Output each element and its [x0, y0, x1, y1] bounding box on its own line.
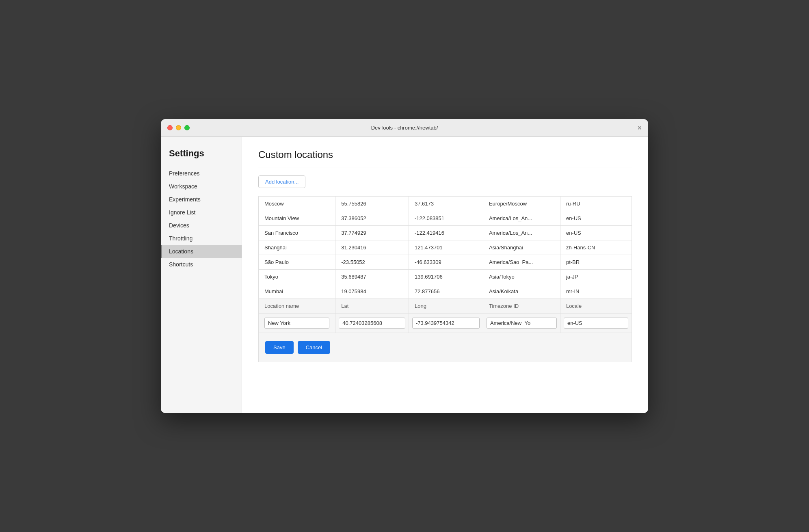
table-row: Moscow 55.755826 37.6173 Europe/Moscow r…: [259, 197, 632, 211]
add-location-button[interactable]: Add location...: [258, 175, 305, 188]
action-buttons-cell: Save Cancel: [259, 333, 632, 362]
cell-timezone: Europe/Moscow: [483, 197, 560, 211]
cell-name: San Francisco: [259, 226, 335, 240]
cell-long: 121.473701: [409, 240, 483, 255]
cancel-button[interactable]: Cancel: [298, 341, 330, 354]
cell-locale: pt-BR: [560, 255, 632, 270]
location-lat-input[interactable]: [339, 318, 405, 329]
sidebar-item-experiments[interactable]: Experiments: [161, 193, 242, 206]
header-lat: Lat: [335, 299, 409, 314]
page-title: Custom locations: [258, 149, 632, 160]
action-buttons-container: Save Cancel: [262, 338, 628, 357]
maximize-traffic-light[interactable]: [184, 125, 190, 130]
sidebar-item-ignore-list[interactable]: Ignore List: [161, 206, 242, 219]
table-header-row: Location name Lat Long Timezone ID Local…: [259, 299, 632, 314]
devtools-window: DevTools - chrome://newtab/ × Settings P…: [161, 119, 648, 413]
cell-locale: zh-Hans-CN: [560, 240, 632, 255]
new-timezone-cell: [483, 314, 560, 333]
cell-timezone: Asia/Kolkata: [483, 284, 560, 299]
sidebar-item-devices[interactable]: Devices: [161, 219, 242, 232]
cell-lat: 19.075984: [335, 284, 409, 299]
table-row: San Francisco 37.774929 -122.419416 Amer…: [259, 226, 632, 240]
new-lat-cell: [335, 314, 409, 333]
table-row: Mountain View 37.386052 -122.083851 Amer…: [259, 211, 632, 226]
sidebar-item-workspace[interactable]: Workspace: [161, 180, 242, 193]
window-close-button[interactable]: ×: [637, 124, 642, 132]
location-locale-input[interactable]: [564, 318, 628, 329]
cell-name: Mumbai: [259, 284, 335, 299]
title-divider: [258, 167, 632, 167]
cell-lat: 37.774929: [335, 226, 409, 240]
table-row: Mumbai 19.075984 72.877656 Asia/Kolkata …: [259, 284, 632, 299]
locations-table: Moscow 55.755826 37.6173 Europe/Moscow r…: [258, 196, 632, 362]
sidebar-item-preferences[interactable]: Preferences: [161, 167, 242, 180]
cell-lat: 37.386052: [335, 211, 409, 226]
main-content: Custom locations Add location... Moscow …: [242, 137, 648, 413]
cell-name: São Paulo: [259, 255, 335, 270]
header-name: Location name: [259, 299, 335, 314]
cell-lat: 35.689487: [335, 270, 409, 284]
header-long: Long: [409, 299, 483, 314]
new-location-row: [259, 314, 632, 333]
cell-locale: mr-IN: [560, 284, 632, 299]
table-row: Tokyo 35.689487 139.691706 Asia/Tokyo ja…: [259, 270, 632, 284]
new-name-cell: [259, 314, 335, 333]
cell-timezone: America/Los_An...: [483, 226, 560, 240]
titlebar: DevTools - chrome://newtab/ ×: [161, 119, 648, 137]
sidebar-item-shortcuts[interactable]: Shortcuts: [161, 258, 242, 271]
cell-locale: en-US: [560, 211, 632, 226]
location-long-input[interactable]: [412, 318, 480, 329]
cell-timezone: America/Los_An...: [483, 211, 560, 226]
close-traffic-light[interactable]: [167, 125, 173, 130]
cell-timezone: Asia/Shanghai: [483, 240, 560, 255]
header-timezone: Timezone ID: [483, 299, 560, 314]
new-long-cell: [409, 314, 483, 333]
cell-name: Moscow: [259, 197, 335, 211]
sidebar-title: Settings: [161, 145, 242, 167]
cell-locale: ja-JP: [560, 270, 632, 284]
cell-long: -46.633309: [409, 255, 483, 270]
cell-long: -122.083851: [409, 211, 483, 226]
cell-name: Tokyo: [259, 270, 335, 284]
cell-long: -122.419416: [409, 226, 483, 240]
cell-timezone: America/Sao_Pa...: [483, 255, 560, 270]
cell-lat: 55.755826: [335, 197, 409, 211]
cell-long: 139.691706: [409, 270, 483, 284]
sidebar-item-throttling[interactable]: Throttling: [161, 232, 242, 245]
action-buttons-row: Save Cancel: [259, 333, 632, 362]
cell-lat: -23.55052: [335, 255, 409, 270]
location-name-input[interactable]: [264, 318, 329, 329]
save-button[interactable]: Save: [265, 341, 294, 354]
table-row: Shanghai 31.230416 121.473701 Asia/Shang…: [259, 240, 632, 255]
traffic-lights: [167, 125, 190, 130]
cell-lat: 31.230416: [335, 240, 409, 255]
cell-timezone: Asia/Tokyo: [483, 270, 560, 284]
table-row: São Paulo -23.55052 -46.633309 America/S…: [259, 255, 632, 270]
cell-name: Shanghai: [259, 240, 335, 255]
location-timezone-input[interactable]: [487, 318, 557, 329]
cell-long: 37.6173: [409, 197, 483, 211]
cell-name: Mountain View: [259, 211, 335, 226]
sidebar: Settings Preferences Workspace Experimen…: [161, 137, 242, 413]
new-locale-cell: [560, 314, 632, 333]
cell-locale: en-US: [560, 226, 632, 240]
cell-locale: ru-RU: [560, 197, 632, 211]
minimize-traffic-light[interactable]: [176, 125, 181, 130]
content-area: Settings Preferences Workspace Experimen…: [161, 137, 648, 413]
header-locale: Locale: [560, 299, 632, 314]
cell-long: 72.877656: [409, 284, 483, 299]
titlebar-title: DevTools - chrome://newtab/: [371, 125, 438, 131]
sidebar-item-locations[interactable]: Locations: [161, 245, 242, 258]
